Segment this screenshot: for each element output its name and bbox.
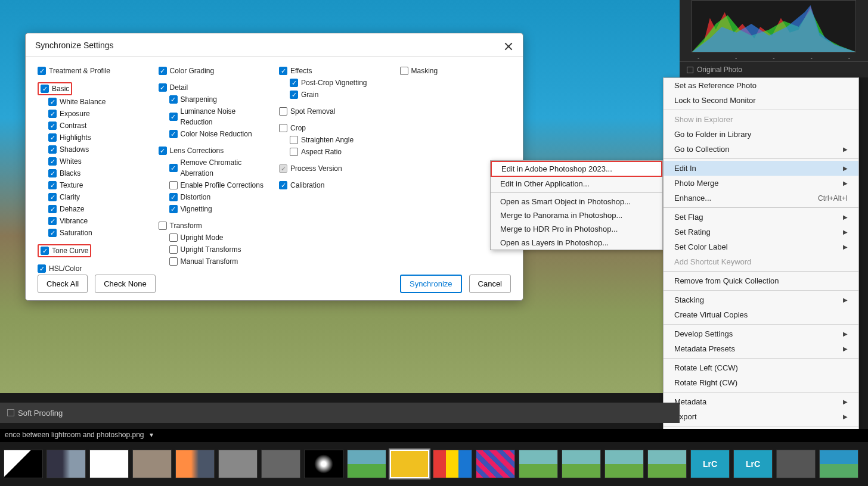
checkbox-row[interactable]: Whites [48,156,149,167]
checkbox-row[interactable]: Basic [38,82,149,95]
menu-item[interactable]: Enhance...Ctrl+Alt+I [664,191,858,205]
checkbox-row[interactable]: Lens Corrections [159,145,270,156]
checkbox-row[interactable]: Detail [159,82,270,93]
menu-item[interactable]: Set Color Label▶ [664,239,858,254]
checkbox-row[interactable]: Distortion [169,192,270,202]
filmstrip-thumbnail[interactable] [347,450,386,478]
menu-item[interactable]: Metadata Presets▶ [664,341,858,356]
checkbox-row[interactable]: Blacks [48,168,149,179]
filmstrip-thumbnail[interactable] [89,450,129,478]
checkbox-row[interactable]: Color Noise Reduction [169,129,270,139]
checkbox-icon[interactable] [169,233,178,242]
checkbox-icon[interactable] [169,130,178,138]
checkbox-row[interactable]: Clarity [48,192,149,202]
filmstrip-thumbnail[interactable] [819,450,858,478]
checkbox-row[interactable]: Effects [279,66,390,76]
checkbox-row[interactable]: Remove Chromatic Aberration [169,157,270,179]
checkbox-icon[interactable] [48,193,57,201]
menu-item[interactable]: Remove from Quick Collection [664,273,858,288]
checkbox-icon[interactable] [279,181,287,189]
checkbox-icon[interactable] [48,181,57,189]
checkbox-icon[interactable] [159,83,167,92]
checkbox-icon[interactable] [400,67,408,75]
checkbox-icon[interactable] [48,110,57,118]
menu-item[interactable]: Merge to HDR Pro in Photoshop... [491,222,662,236]
checkbox-row[interactable]: Aspect Ratio [290,147,390,157]
checkbox-icon[interactable] [290,136,298,144]
menu-item[interactable]: Develop Settings▶ [664,326,858,341]
menu-item[interactable]: Lock to Second Monitor [664,93,858,108]
checkbox-row[interactable]: Straighten Angle [290,135,390,145]
checkbox-row[interactable]: Saturation [48,228,149,238]
close-icon[interactable] [503,40,514,52]
menu-item[interactable]: Create Virtual Copies [664,307,858,322]
checkbox-row[interactable]: HSL/Color [38,263,149,274]
checkbox-icon[interactable] [48,98,57,106]
checkbox-row[interactable]: Highlights [48,132,149,143]
checkbox-icon[interactable] [38,67,46,75]
filmstrip-thumbnail[interactable] [433,450,472,478]
checkbox-row[interactable]: Masking [400,66,512,76]
filmstrip-thumbnail[interactable] [519,450,558,478]
checkbox-icon[interactable] [279,107,287,116]
menu-item[interactable]: Edit In▶ [664,161,858,176]
checkbox-icon[interactable] [159,147,167,155]
menu-item[interactable]: Photo Merge▶ [664,176,858,191]
checkbox-icon[interactable] [169,257,178,266]
menu-item[interactable]: Stacking▶ [664,292,858,307]
filmstrip-thumbnail[interactable] [4,450,43,478]
filmstrip-thumbnail[interactable] [647,450,687,478]
checkbox-row[interactable]: Contrast [48,120,149,131]
checkbox-row[interactable]: Texture [48,180,149,191]
original-photo-toggle[interactable]: Original Photo [680,61,868,77]
menu-item[interactable]: Set Rating▶ [664,225,858,239]
checkbox-icon[interactable] [159,67,167,75]
synchronize-button[interactable]: Synchronize [400,275,462,293]
menu-item[interactable]: Go to Collection▶ [664,142,858,157]
checkbox-row[interactable]: Luminance Noise Reduction [169,106,270,127]
checkbox-icon[interactable] [169,164,178,172]
cancel-button[interactable]: Cancel [469,275,511,293]
checkbox-icon[interactable] [159,222,167,230]
filmstrip-thumbnail[interactable]: LrC [733,450,773,478]
menu-item[interactable]: Set as Reference Photo [664,78,858,93]
checkbox-icon[interactable] [48,145,57,154]
checkbox-row[interactable]: Dehaze [48,204,149,214]
menu-item[interactable]: Open as Smart Object in Photoshop... [491,195,662,208]
checkbox-icon[interactable] [48,122,57,130]
checkbox-row[interactable]: Calibration [279,180,390,191]
menu-item[interactable]: Edit in Other Application... [491,177,662,191]
filmstrip-thumbnail[interactable] [261,450,300,478]
checkbox-row[interactable]: Post-Crop Vignetting [290,77,390,88]
filmstrip-thumbnail[interactable] [390,450,429,478]
checkbox-icon[interactable] [169,113,178,121]
checkbox-row[interactable]: Transform [159,220,270,231]
checkbox-row[interactable]: Manual Transform [169,256,270,267]
filmstrip-thumbnail[interactable] [776,450,816,478]
checkbox-row[interactable]: Tone Curve [38,244,149,257]
checkbox-icon[interactable] [169,193,178,201]
menu-item[interactable]: Set Flag▶ [664,210,858,225]
checkbox-icon[interactable] [48,157,57,166]
checkbox-row[interactable]: Sharpening [169,94,270,105]
filmstrip-thumbnail[interactable] [604,450,644,478]
check-all-button[interactable]: Check All [38,275,88,293]
filmstrip-thumbnail[interactable] [304,450,343,478]
checkbox-icon[interactable] [279,124,287,132]
checkbox-row[interactable]: Exposure [48,108,149,119]
checkbox-row[interactable]: Vignetting [169,204,270,214]
checkbox-row[interactable]: Grain [290,89,390,100]
menu-item[interactable]: Rotate Left (CCW) [664,360,858,375]
filmstrip-thumbnail[interactable] [132,450,172,478]
checkbox-icon[interactable] [48,133,57,142]
menu-item[interactable]: Export▶ [664,409,858,424]
checkbox-row[interactable]: Process Version [279,163,390,174]
filmstrip-thumbnail[interactable] [218,450,258,478]
soft-proofing-bar[interactable]: Soft Proofing [0,403,680,423]
checkbox-icon[interactable] [290,79,298,87]
checkbox-icon[interactable] [279,164,287,173]
menu-item[interactable]: Metadata▶ [664,394,858,409]
checkbox-row[interactable]: Color Grading [159,66,270,76]
checkbox-row[interactable]: Spot Removal [279,106,390,117]
checkbox-icon[interactable] [48,205,57,213]
